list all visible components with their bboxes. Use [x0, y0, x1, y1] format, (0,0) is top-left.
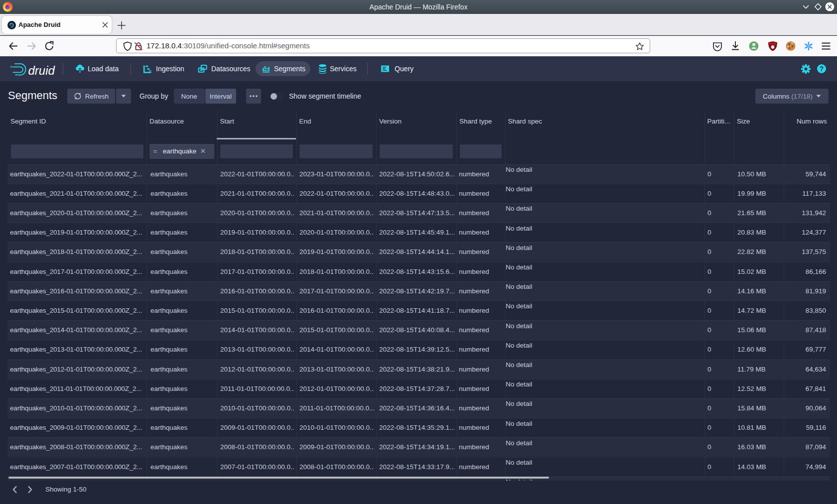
- svg-text:?: ?: [820, 64, 824, 72]
- svg-text:druid: druid: [28, 64, 55, 77]
